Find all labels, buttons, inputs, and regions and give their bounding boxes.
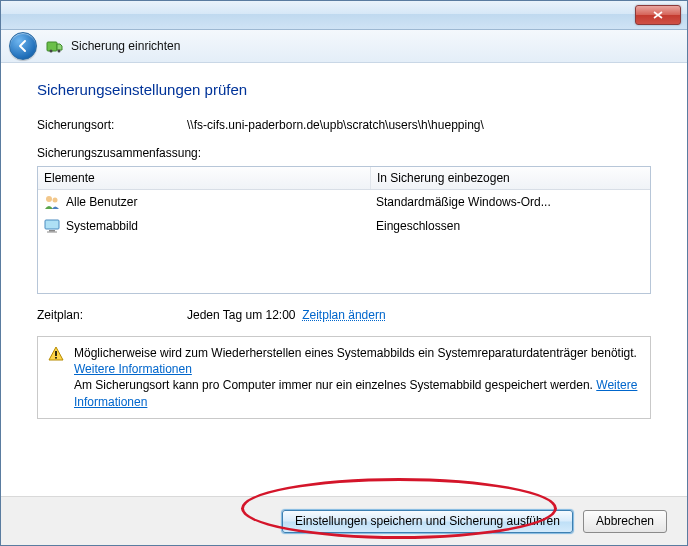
svg-point-2: [58, 50, 61, 53]
wizard-window: Sicherung einrichten Sicherungseinstellu…: [0, 0, 688, 546]
svg-rect-5: [45, 220, 59, 229]
content: Sicherungseinstellungen prüfen Sicherung…: [1, 63, 687, 496]
summary-table: Elemente In Sicherung einbezogen Alle Be…: [37, 166, 651, 294]
schedule-label: Zeitplan:: [37, 308, 187, 322]
svg-rect-8: [55, 351, 57, 356]
table-header: Elemente In Sicherung einbezogen: [38, 167, 650, 190]
row-name: Systemabbild: [66, 219, 138, 233]
warning-box: Möglicherweise wird zum Wiederherstellen…: [37, 336, 651, 419]
back-button[interactable]: [9, 32, 37, 60]
location-label: Sicherungsort:: [37, 118, 187, 132]
warning-text: Möglicherweise wird zum Wiederherstellen…: [74, 345, 640, 410]
more-info-link-1[interactable]: Weitere Informationen: [74, 362, 192, 376]
schedule-value: Jeden Tag um 12:00 Zeitplan ändern: [187, 308, 386, 322]
svg-rect-0: [47, 42, 57, 51]
row-included: Standardmäßige Windows-Ord...: [370, 192, 650, 212]
row-name: Alle Benutzer: [66, 195, 137, 209]
warning-icon: [48, 346, 64, 362]
location-row: Sicherungsort: \\fs-cifs.uni-paderborn.d…: [37, 118, 651, 132]
svg-point-4: [53, 198, 58, 203]
summary-label: Sicherungszusammenfassung:: [37, 146, 651, 160]
navbar: Sicherung einrichten: [1, 30, 687, 63]
close-button[interactable]: [635, 5, 681, 25]
schedule-row: Zeitplan: Jeden Tag um 12:00 Zeitplan än…: [37, 308, 651, 322]
backup-icon: [45, 37, 63, 55]
row-included: Eingeschlossen: [370, 216, 650, 236]
save-and-run-button[interactable]: Einstellungen speichern und Sicherung au…: [282, 510, 573, 533]
table-row: Alle Benutzer Standardmäßige Windows-Ord…: [38, 190, 650, 214]
svg-rect-9: [55, 357, 57, 359]
svg-point-1: [50, 50, 53, 53]
close-icon: [653, 11, 663, 19]
monitor-icon: [44, 218, 60, 234]
footer: Einstellungen speichern und Sicherung au…: [1, 496, 687, 545]
svg-rect-7: [47, 232, 57, 233]
users-icon: [44, 194, 60, 210]
svg-rect-6: [49, 230, 55, 232]
titlebar: [1, 1, 687, 30]
svg-point-3: [46, 196, 52, 202]
location-value: \\fs-cifs.uni-paderborn.de\upb\scratch\u…: [187, 118, 651, 132]
change-schedule-link[interactable]: Zeitplan ändern: [302, 308, 385, 322]
col-included[interactable]: In Sicherung einbezogen: [371, 167, 650, 189]
arrow-left-icon: [16, 39, 30, 53]
page-heading: Sicherungseinstellungen prüfen: [37, 81, 651, 98]
col-elements[interactable]: Elemente: [38, 167, 371, 189]
table-row: Systemabbild Eingeschlossen: [38, 214, 650, 238]
cancel-button[interactable]: Abbrechen: [583, 510, 667, 533]
nav-title: Sicherung einrichten: [71, 39, 180, 53]
